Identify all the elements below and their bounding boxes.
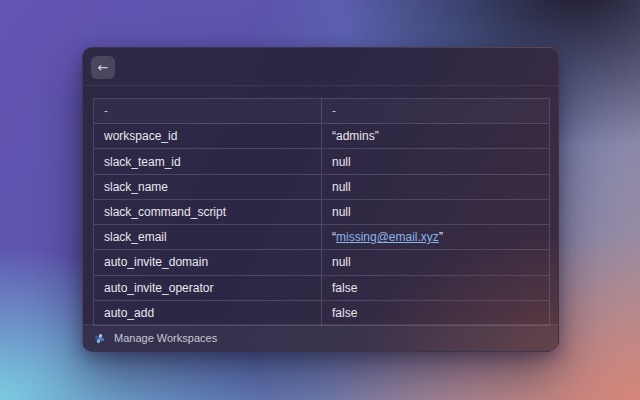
quote-close: ” [439, 230, 443, 244]
row-key: slack_team_id [94, 149, 322, 173]
row-value: null [322, 175, 549, 199]
row-key: auto_add [94, 301, 322, 325]
footer-bar: Manage Workspaces [83, 324, 558, 351]
row-key: auto_invite_operator [94, 276, 322, 300]
table-row: slack_email“missing@email.xyz” [94, 225, 549, 250]
table-row: auto_addfalse [94, 301, 549, 325]
titlebar: ← [83, 48, 558, 86]
row-value: null [322, 149, 549, 173]
table-row: slack_namenull [94, 175, 549, 200]
column-header: - [322, 99, 549, 123]
back-button[interactable]: ← [91, 56, 115, 79]
row-value: null [322, 200, 549, 224]
table-row: slack_team_idnull [94, 149, 549, 174]
column-header: - [94, 99, 322, 123]
row-value: false [322, 301, 549, 325]
table-row: slack_command_scriptnull [94, 200, 549, 225]
workspace-settings-table: --workspace_id“admins”slack_team_idnulls… [93, 98, 550, 326]
row-key: slack_email [94, 225, 322, 249]
manage-workspaces-window: ← --workspace_id“admins”slack_team_idnul… [82, 47, 559, 352]
pinwheel-logo-icon [93, 332, 106, 345]
row-key: slack_command_script [94, 200, 322, 224]
row-key: slack_name [94, 175, 322, 199]
email-link[interactable]: missing@email.xyz [336, 230, 439, 244]
row-value: null [322, 250, 549, 274]
table-header-row: -- [94, 99, 549, 124]
row-key: workspace_id [94, 124, 322, 148]
footer-title: Manage Workspaces [114, 332, 217, 344]
table-row: auto_invite_operatorfalse [94, 276, 549, 301]
row-value: “admins” [322, 124, 549, 148]
row-value: “missing@email.xyz” [322, 225, 549, 249]
table-row: auto_invite_domainnull [94, 250, 549, 275]
row-key: auto_invite_domain [94, 250, 322, 274]
row-value: false [322, 276, 549, 300]
table-row: workspace_id“admins” [94, 124, 549, 149]
